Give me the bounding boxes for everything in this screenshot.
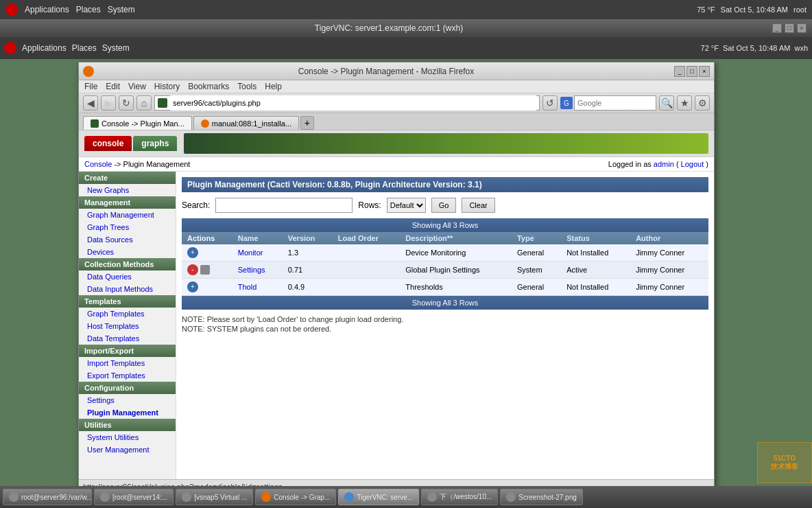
taskbar-btn-root-server96[interactable]: root@server96:/var/w... — [3, 489, 92, 505]
col-version: Version — [283, 232, 333, 244]
firefox-maximize-btn[interactable]: □ — [686, 66, 697, 77]
taskbar-btn-root-server14[interactable]: [root@server14:... — [94, 489, 174, 505]
sidebar-item-new-graphs[interactable]: New Graphs — [79, 184, 176, 196]
forward-button[interactable]: ▶ — [101, 95, 116, 111]
sidebar-item-export-templates[interactable]: Export Templates — [79, 369, 176, 382]
menu-help[interactable]: Help — [265, 82, 282, 91]
search-go-btn[interactable]: 🔍 — [659, 95, 674, 111]
sidebar-item-import-templates[interactable]: Import Templates — [79, 357, 176, 369]
sidebar-item-system-utilities[interactable]: System Utilities — [79, 431, 176, 443]
refresh-icon[interactable]: ↺ — [542, 95, 558, 111]
admin-link[interactable]: admin — [654, 160, 674, 168]
menu-history[interactable]: History — [154, 82, 180, 91]
tab-ff-icon — [201, 119, 209, 128]
menu-tools[interactable]: Tools — [237, 82, 256, 91]
firefox-minimize-btn[interactable]: _ — [674, 66, 685, 77]
search-field[interactable] — [215, 198, 353, 213]
tab-label-2: manual:088:1_installa... — [212, 119, 291, 128]
clear-button[interactable]: Clear — [462, 198, 494, 213]
row3-enable-icon[interactable]: + — [187, 281, 198, 292]
tab-manual[interactable]: manual:088:1_installa... — [193, 116, 299, 130]
graphs-tab[interactable]: graphs — [133, 136, 177, 151]
row1-name-link[interactable]: Monitor — [238, 249, 263, 257]
col-description-link[interactable]: Description** — [405, 234, 453, 242]
breadcrumb-console-link[interactable]: Console — [84, 160, 112, 168]
taskbar-label-2: [vsnap5 Virtual ... — [194, 494, 247, 501]
outer-applications-label[interactable]: Applications — [25, 5, 69, 14]
col-load-order-link[interactable]: Load Order — [338, 234, 379, 242]
taskbar-btn-westos[interactable]: 下（/westos/10... — [421, 489, 498, 505]
options-icon[interactable]: ⚙ — [695, 95, 710, 111]
back-button[interactable]: ◀ — [83, 95, 98, 111]
logout-link[interactable]: Logout — [681, 160, 704, 168]
firefox-controls: _ □ × — [674, 66, 710, 77]
menu-view[interactable]: View — [128, 82, 146, 91]
inner-system-label[interactable]: System — [102, 43, 130, 53]
note2: NOTE: SYSTEM plugins can not be ordered. — [182, 325, 708, 333]
sidebar-item-graph-templates[interactable]: Graph Templates — [79, 308, 176, 320]
home-button[interactable]: ⌂ — [136, 95, 152, 111]
sidebar-item-user-management[interactable]: User Management — [79, 443, 176, 456]
taskbar-btn-console-graph[interactable]: Console -> Grap... — [255, 489, 336, 505]
taskbar-icon-westos — [427, 492, 437, 502]
sidebar-item-host-templates[interactable]: Host Templates — [79, 320, 176, 332]
vnc-close-btn[interactable]: × — [797, 23, 807, 33]
outer-system-label[interactable]: System — [108, 5, 135, 14]
outer-desktop-bar: Applications Places System 75 °F Sat Oct… — [0, 0, 812, 19]
menu-file[interactable]: File — [84, 82, 97, 91]
row2-disable-icon[interactable]: - — [187, 264, 198, 275]
taskbar-label-4: TigerVNC: serve... — [357, 494, 413, 501]
go-button[interactable]: Go — [431, 198, 457, 213]
taskbar-btn-screenshot[interactable]: Screenshot-27.png — [500, 489, 583, 505]
row2-name-link[interactable]: Settings — [238, 266, 265, 274]
col-type-link[interactable]: Type — [517, 234, 534, 242]
sidebar-item-data-queries[interactable]: Data Queries — [79, 270, 176, 283]
sidebar-item-data-templates[interactable]: Data Templates — [79, 332, 176, 345]
menu-edit[interactable]: Edit — [106, 82, 120, 91]
inner-taskbar-bottom: root@server96:/var/w... [root@server14:.… — [0, 486, 812, 508]
taskbar-btn-tigervnc[interactable]: TigerVNC: serve... — [338, 489, 419, 505]
firefox-close-btn[interactable]: × — [699, 66, 710, 77]
tab-plugin-management[interactable]: Console -> Plugin Man... — [83, 116, 192, 130]
firefox-menu-bar: File Edit View History Bookmarks Tools H… — [79, 80, 714, 93]
row1-version: 1.3 — [283, 244, 333, 262]
address-input[interactable] — [170, 95, 536, 111]
vnc-maximize-btn[interactable]: □ — [785, 23, 794, 33]
sidebar-item-plugin-management[interactable]: Plugin Management — [79, 406, 176, 419]
col-name-link[interactable]: Name — [238, 234, 259, 242]
bookmark-star-icon[interactable]: ★ — [677, 95, 692, 111]
breadcrumb: Console -> Plugin Management — [84, 160, 190, 168]
sidebar-item-devices[interactable]: Devices — [79, 246, 176, 258]
sidebar-header-configuration: Configuration — [79, 382, 176, 394]
row1-enable-icon[interactable]: + — [187, 247, 198, 258]
taskbar-btn-vsnap5[interactable]: [vsnap5 Virtual ... — [176, 489, 253, 505]
vnc-minimize-btn[interactable]: _ — [772, 23, 782, 33]
sidebar-item-data-input-methods[interactable]: Data Input Methods — [79, 283, 176, 295]
sidebar-item-settings[interactable]: Settings — [79, 394, 176, 406]
col-description: Description** — [400, 232, 512, 244]
sidebar-item-graph-management[interactable]: Graph Management — [79, 209, 176, 221]
col-status-link[interactable]: Status — [566, 234, 590, 242]
reload-button[interactable]: ↻ — [119, 95, 134, 111]
inner-applications-label[interactable]: Applications — [22, 43, 67, 53]
sidebar-item-graph-trees[interactable]: Graph Trees — [79, 221, 176, 233]
outer-places-label[interactable]: Places — [76, 5, 101, 14]
plugin-management-header: Plugin Management (Cacti Version: 0.8.8b… — [182, 177, 708, 192]
row2-settings-icon[interactable] — [200, 265, 210, 275]
col-author-link[interactable]: Author — [636, 234, 660, 242]
menu-bookmarks[interactable]: Bookmarks — [188, 82, 229, 91]
taskbar-icon-screenshot — [506, 492, 516, 502]
outer-right-info: 75 °F Sat Oct 5, 10:48 AM root — [697, 5, 807, 14]
sidebar-item-data-sources[interactable]: Data Sources — [79, 233, 176, 246]
console-tab[interactable]: console — [84, 136, 132, 151]
table-row: + Monitor 1.3 Device Monitoring General … — [182, 244, 708, 262]
outer-redhat-icon — [5, 3, 18, 16]
inner-places-label[interactable]: Places — [72, 43, 97, 53]
rows-select[interactable]: Default — [387, 198, 426, 213]
vnc-controls: _ □ × — [772, 23, 807, 33]
new-tab-btn[interactable]: + — [300, 116, 314, 130]
search-input[interactable] — [574, 95, 656, 111]
col-version-link[interactable]: Version — [288, 234, 315, 242]
firefox-toolbar: ◀ ▶ ↻ ⌂ ↺ G 🔍 ★ ⚙ — [79, 93, 714, 113]
row3-name-link[interactable]: Thold — [238, 283, 257, 291]
